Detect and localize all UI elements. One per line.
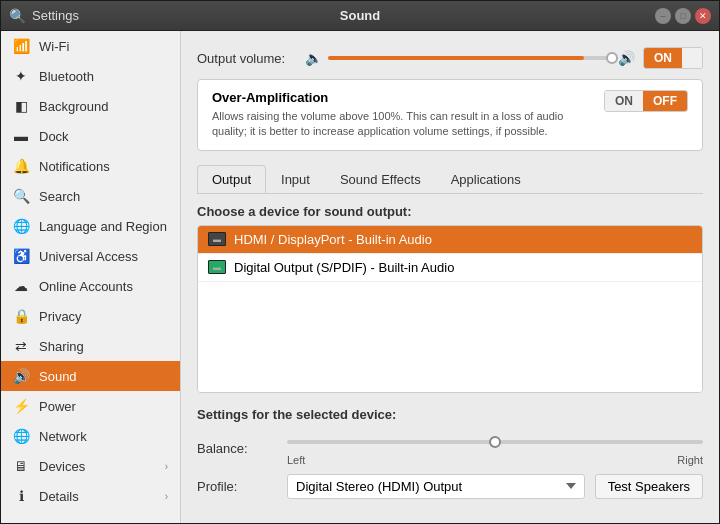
sidebar-label-online: Online Accounts: [39, 279, 168, 294]
volume-low-icon: 🔈: [305, 50, 322, 66]
titlebar: 🔍 Settings Sound – □ ✕: [1, 1, 719, 31]
balance-left-label: Left: [287, 454, 305, 466]
online-icon: ☁: [13, 278, 29, 294]
sidebar-item-sharing[interactable]: ⇄ Sharing: [1, 331, 180, 361]
balance-thumb[interactable]: [489, 436, 501, 448]
sidebar-label-power: Power: [39, 399, 168, 414]
minimize-button[interactable]: –: [655, 8, 671, 24]
tab-input[interactable]: Input: [266, 165, 325, 193]
output-volume-label: Output volume:: [197, 51, 297, 66]
sidebar-item-search[interactable]: 🔍 Search: [1, 181, 180, 211]
over-amp-title: Over-Amplification: [212, 90, 594, 105]
sidebar-item-wifi[interactable]: 📶 Wi-Fi: [1, 31, 180, 61]
sidebar-label-sound: Sound: [39, 369, 168, 384]
over-amp-on-button[interactable]: ON: [605, 91, 643, 111]
content-area: 📶 Wi-Fi ✦ Bluetooth ◧ Background ▬ Dock …: [1, 31, 719, 523]
devices-icon: 🖥: [13, 458, 29, 474]
tab-output[interactable]: Output: [197, 165, 266, 193]
device-list-empty-area: [198, 282, 702, 392]
volume-slider-track[interactable]: [328, 56, 612, 60]
sidebar-label-universal: Universal Access: [39, 249, 168, 264]
balance-control: Left Right: [287, 432, 703, 466]
privacy-icon: 🔒: [13, 308, 29, 324]
window-controls: – □ ✕: [655, 8, 711, 24]
power-icon: ⚡: [13, 398, 29, 414]
wifi-icon: 📶: [13, 38, 29, 54]
sidebar-item-privacy[interactable]: 🔒 Privacy: [1, 301, 180, 331]
close-button[interactable]: ✕: [695, 8, 711, 24]
maximize-button[interactable]: □: [675, 8, 691, 24]
over-amplification-box: Over-Amplification Allows raising the vo…: [197, 79, 703, 151]
sidebar-item-background[interactable]: ◧ Background: [1, 91, 180, 121]
sidebar-label-network: Network: [39, 429, 168, 444]
over-amp-toggle-group: ON OFF: [604, 90, 688, 112]
details-arrow-icon: ›: [165, 491, 168, 502]
balance-row: Balance: Left Right: [197, 432, 703, 466]
dock-icon: ▬: [13, 128, 29, 144]
sidebar-item-details[interactable]: ℹ Details ›: [1, 481, 180, 511]
device-item-spdif[interactable]: ▬ Digital Output (S/PDIF) - Built-in Aud…: [198, 254, 702, 282]
profile-select[interactable]: Digital Stereo (HDMI) Output: [287, 474, 585, 499]
device-spdif-label: Digital Output (S/PDIF) - Built-in Audio: [234, 260, 454, 275]
device-hdmi-label: HDMI / DisplayPort - Built-in Audio: [234, 232, 432, 247]
details-icon: ℹ: [13, 488, 29, 504]
sidebar-item-dock[interactable]: ▬ Dock: [1, 121, 180, 151]
sidebar-item-network[interactable]: 🌐 Network: [1, 421, 180, 451]
sidebar-item-devices[interactable]: 🖥 Devices ›: [1, 451, 180, 481]
test-speakers-button[interactable]: Test Speakers: [595, 474, 703, 499]
sidebar-item-sound[interactable]: 🔊 Sound: [1, 361, 180, 391]
device-spdif-icon: ▬: [208, 260, 226, 274]
settings-title: Settings for the selected device:: [197, 407, 703, 422]
sidebar-item-bluetooth[interactable]: ✦ Bluetooth: [1, 61, 180, 91]
sidebar-item-language[interactable]: 🌐 Language and Region: [1, 211, 180, 241]
network-icon: 🌐: [13, 428, 29, 444]
volume-high-icon: 🔊: [618, 50, 635, 66]
sidebar-label-notifications: Notifications: [39, 159, 168, 174]
volume-slider-container: 🔈 🔊: [305, 50, 635, 66]
device-list-section: Choose a device for sound output: ▬ HDMI…: [197, 204, 703, 393]
device-settings-section: Settings for the selected device: Balanc…: [197, 407, 703, 499]
balance-track[interactable]: [287, 440, 703, 444]
search-icon: 🔍: [9, 8, 26, 24]
volume-slider-fill: [328, 56, 584, 60]
sidebar-label-privacy: Privacy: [39, 309, 168, 324]
tab-applications[interactable]: Applications: [436, 165, 536, 193]
volume-on-button[interactable]: ON: [644, 48, 682, 68]
sidebar-item-online[interactable]: ☁ Online Accounts: [1, 271, 180, 301]
sidebar-item-notifications[interactable]: 🔔 Notifications: [1, 151, 180, 181]
search-sidebar-icon: 🔍: [13, 188, 29, 204]
sidebar-label-background: Background: [39, 99, 168, 114]
main-window: 🔍 Settings Sound – □ ✕ 📶 Wi-Fi ✦ Bluetoo…: [0, 0, 720, 524]
device-list-label: Choose a device for sound output:: [197, 204, 703, 219]
sidebar-label-details: Details: [39, 489, 155, 504]
background-icon: ◧: [13, 98, 29, 114]
over-amp-off-button[interactable]: OFF: [643, 91, 687, 111]
language-icon: 🌐: [13, 218, 29, 234]
profile-label: Profile:: [197, 479, 277, 494]
volume-off-button[interactable]: [682, 48, 702, 68]
sidebar-label-dock: Dock: [39, 129, 168, 144]
volume-slider-thumb[interactable]: [606, 52, 618, 64]
app-name: Settings: [32, 8, 79, 23]
volume-toggle-group: ON: [643, 47, 703, 69]
balance-slider[interactable]: [287, 432, 703, 452]
sidebar-label-sharing: Sharing: [39, 339, 168, 354]
sidebar-label-search: Search: [39, 189, 168, 204]
output-volume-row: Output volume: 🔈 🔊 ON: [197, 47, 703, 69]
sidebar-item-universal[interactable]: ♿ Universal Access: [1, 241, 180, 271]
universal-icon: ♿: [13, 248, 29, 264]
sound-icon: 🔊: [13, 368, 29, 384]
main-content: Output volume: 🔈 🔊 ON Over-Amplification: [181, 31, 719, 523]
sidebar-label-devices: Devices: [39, 459, 155, 474]
sidebar-label-wifi: Wi-Fi: [39, 39, 168, 54]
sidebar-label-bluetooth: Bluetooth: [39, 69, 168, 84]
tab-sound-effects[interactable]: Sound Effects: [325, 165, 436, 193]
profile-row: Profile: Digital Stereo (HDMI) Output Te…: [197, 474, 703, 499]
notifications-icon: 🔔: [13, 158, 29, 174]
device-item-hdmi[interactable]: ▬ HDMI / DisplayPort - Built-in Audio: [198, 226, 702, 254]
balance-label: Balance:: [197, 441, 277, 456]
bluetooth-icon: ✦: [13, 68, 29, 84]
sidebar-item-power[interactable]: ⚡ Power: [1, 391, 180, 421]
balance-right-label: Right: [677, 454, 703, 466]
sound-tabs: Output Input Sound Effects Applications: [197, 165, 703, 194]
